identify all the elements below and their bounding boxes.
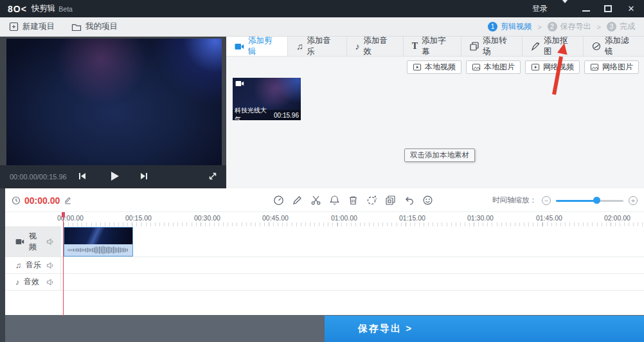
workflow-steps: 1 剪辑视频 > 2 保存导出 > 3 完成 — [488, 21, 635, 32]
previous-frame-button[interactable] — [77, 171, 87, 181]
text-tool-icon: T — [412, 41, 418, 51]
timeline-toolbar: 00:00.00 — [5, 188, 644, 212]
clip-caption: 科技光线大气... 00:15.96 — [233, 110, 301, 120]
project-bar: 新建项目 我的项目 1 剪辑视频 > 2 保存导出 > 3 完成 — [0, 17, 644, 37]
music-track-header: ♫ 音乐 — [5, 257, 61, 273]
playhead-handle[interactable] — [62, 212, 65, 217]
copy-icon[interactable] — [385, 195, 396, 206]
app-logo: 8O< — [8, 4, 27, 14]
clip-waveform — [64, 244, 132, 256]
zoom-in-button[interactable]: + — [629, 196, 638, 205]
image-icon — [472, 63, 481, 71]
bell-icon[interactable] — [329, 195, 340, 206]
timeline-tools — [273, 188, 433, 212]
video-camera-icon — [235, 43, 244, 50]
speaker-icon[interactable] — [46, 278, 55, 286]
video-track-row: 视频 — [5, 226, 644, 257]
timeline-left-strip — [0, 188, 5, 342]
edit-time-icon[interactable] — [64, 196, 72, 204]
cut-scissors-icon[interactable] — [310, 195, 321, 206]
video-camera-icon — [235, 80, 244, 87]
my-projects-button[interactable]: 我的项目 — [71, 21, 118, 32]
maximize-button[interactable] — [604, 5, 612, 12]
login-button[interactable]: 登录 — [532, 3, 548, 14]
play-rect-icon — [413, 63, 422, 71]
ruler-label: 01:30.00 — [467, 214, 494, 222]
timeline-tracks: 视频 ♫ 音乐 — [5, 226, 644, 291]
media-library-panel: 添加剪辑 ♫ 添加音乐 ♪ 添加音效 T 添加字幕 — [226, 37, 644, 188]
sfx-track-row: ♪ 音效 — [5, 274, 644, 291]
ruler-label: 01:45.00 — [536, 214, 562, 222]
ruler-label: 00:30.00 — [194, 214, 220, 222]
pen-cutout-icon — [531, 42, 540, 51]
ruler-label: 02:00.00 — [604, 214, 631, 222]
library-clip-item[interactable]: 科技光线大气... 00:15.96 — [233, 78, 301, 120]
sfx-track-header: ♪ 音效 — [5, 274, 61, 290]
library-tabs: 添加剪辑 ♫ 添加音乐 ♪ 添加音效 T 添加字幕 — [226, 37, 644, 57]
app-window: 8O< 快剪辑 Beta 登录 ✕ 新建项目 我的项目 — [0, 0, 644, 342]
zoom-out-button[interactable]: − — [542, 196, 551, 205]
speaker-icon[interactable] — [46, 262, 55, 269]
sticker-smiley-icon[interactable] — [422, 195, 433, 206]
step-edit-video[interactable]: 1 剪辑视频 — [488, 21, 532, 32]
timeline-zoom-group: 时间轴缩放： − + — [492, 188, 638, 212]
main-menu-icon[interactable] — [562, 3, 568, 15]
magic-effect-icon[interactable] — [366, 195, 377, 206]
new-project-button[interactable]: 新建项目 — [9, 21, 55, 32]
sfx-note-icon: ♪ — [355, 41, 360, 51]
tab-add-transition[interactable]: 添加转场 — [461, 37, 522, 56]
video-preview-panel: 00:00.00/00:15.96 — [0, 37, 226, 188]
clip-duration: 00:15.96 — [274, 112, 299, 119]
delete-trash-icon[interactable] — [348, 195, 359, 206]
step-separator: > — [537, 23, 541, 31]
plus-square-icon — [9, 22, 19, 32]
title-bar: 8O< 快剪辑 Beta 登录 ✕ — [0, 0, 644, 17]
speaker-icon[interactable] — [46, 238, 55, 246]
video-track-header: 视频 — [5, 226, 61, 256]
video-camera-icon — [15, 239, 24, 245]
tab-add-music[interactable]: ♫ 添加音乐 — [287, 37, 346, 56]
slider-thumb[interactable] — [593, 197, 600, 204]
source-buttons: 本地视频 本地图片 网络视频 — [407, 60, 639, 74]
speed-icon[interactable] — [273, 195, 284, 206]
bottom-bar: 保存导出 > — [0, 315, 644, 342]
timeline-zoom-label: 时间轴缩放： — [492, 195, 537, 205]
app-title: 快剪辑 — [31, 3, 56, 14]
timeline-current-time: 00:00.00 — [24, 195, 60, 206]
next-frame-button[interactable] — [139, 171, 149, 181]
playhead[interactable] — [63, 212, 64, 316]
tab-add-filter[interactable]: 添加滤镜 — [583, 37, 644, 56]
clip-title: 科技光线大气... — [235, 106, 274, 124]
step-separator: > — [597, 23, 601, 31]
video-preview[interactable] — [6, 39, 222, 165]
tab-add-sfx[interactable]: ♪ 添加音效 — [346, 37, 403, 56]
close-button[interactable]: ✕ — [626, 4, 636, 14]
save-export-button[interactable]: 保存导出 > — [325, 316, 644, 342]
timeline-video-clip[interactable] — [64, 227, 133, 256]
filter-icon — [592, 42, 601, 51]
image-icon — [590, 63, 599, 71]
web-image-button[interactable]: 网络图片 — [584, 60, 639, 74]
timeline-zoom-slider[interactable] — [556, 197, 623, 204]
local-video-button[interactable]: 本地视频 — [407, 60, 461, 74]
timeline-ruler[interactable]: 00:00.00 00:15.00 00:30.00 00:45.00 01:0… — [5, 212, 644, 226]
ruler-label: 01:15.00 — [399, 214, 425, 222]
current-time-group: 00:00.00 — [12, 188, 72, 212]
music-track-row: ♫ 音乐 — [5, 257, 644, 274]
transition-icon — [470, 42, 479, 51]
tab-add-subtitle[interactable]: T 添加字幕 — [403, 37, 461, 56]
fullscreen-icon[interactable] — [208, 171, 218, 181]
undo-icon[interactable] — [404, 195, 415, 206]
edit-pencil-icon[interactable] — [292, 195, 303, 206]
minimize-button[interactable] — [582, 6, 590, 12]
tab-add-clip[interactable]: 添加剪辑 — [226, 37, 287, 56]
music-note-icon: ♫ — [296, 41, 303, 51]
folder-icon — [71, 22, 82, 32]
local-image-button[interactable]: 本地图片 — [466, 60, 521, 74]
play-button[interactable] — [108, 170, 121, 183]
timeline-panel: 00:00.00 — [0, 188, 644, 315]
music-note-icon: ♫ — [15, 261, 21, 270]
step-finish[interactable]: 3 完成 — [607, 21, 635, 32]
step-save-export[interactable]: 2 保存导出 — [548, 21, 591, 32]
clock-icon — [12, 196, 21, 205]
